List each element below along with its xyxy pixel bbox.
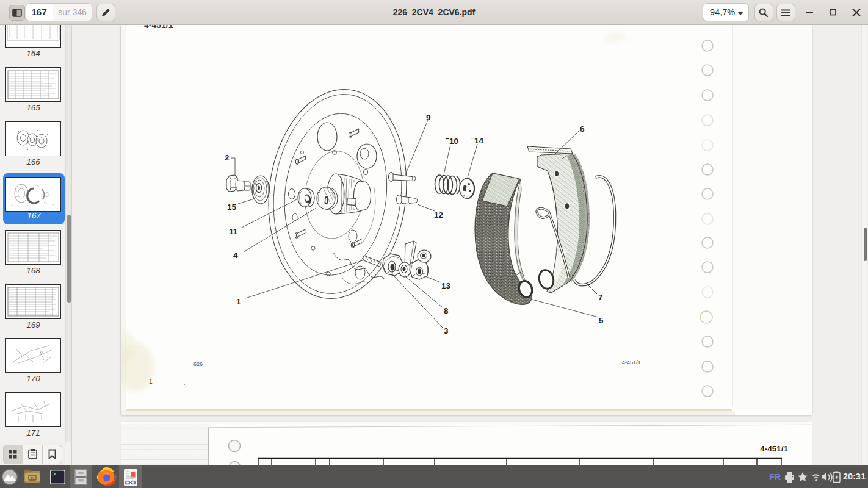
svg-text:D: D bbox=[31, 476, 34, 481]
svg-text:4: 4 bbox=[233, 251, 238, 260]
svg-text:4-451/1: 4-451/1 bbox=[144, 25, 173, 30]
svg-text:15: 15 bbox=[227, 203, 237, 212]
svg-text:>_: >_ bbox=[52, 472, 59, 478]
svg-text:1: 1 bbox=[236, 297, 241, 306]
svg-text:1: 1 bbox=[149, 378, 153, 385]
svg-text:–: – bbox=[471, 134, 474, 142]
svg-text:2: 2 bbox=[225, 153, 230, 162]
svg-text:13: 13 bbox=[441, 281, 451, 290]
svg-text:14: 14 bbox=[474, 136, 484, 145]
svg-text:9: 9 bbox=[426, 113, 431, 122]
svg-text:4-451/1: 4-451/1 bbox=[760, 444, 788, 453]
svg-text:3: 3 bbox=[444, 326, 449, 336]
svg-text:11: 11 bbox=[229, 227, 238, 236]
svg-text:4-451/1: 4-451/1 bbox=[622, 359, 641, 365]
svg-text:–: – bbox=[446, 135, 449, 142]
svg-text:8: 8 bbox=[444, 306, 449, 315]
svg-text:6: 6 bbox=[580, 124, 585, 134]
svg-text:10: 10 bbox=[449, 137, 458, 146]
svg-text:5: 5 bbox=[599, 316, 604, 325]
svg-text:12: 12 bbox=[434, 210, 443, 220]
svg-text:7: 7 bbox=[598, 293, 603, 302]
svg-text:626: 626 bbox=[193, 361, 203, 367]
svg-text:FR: FR bbox=[769, 472, 781, 482]
